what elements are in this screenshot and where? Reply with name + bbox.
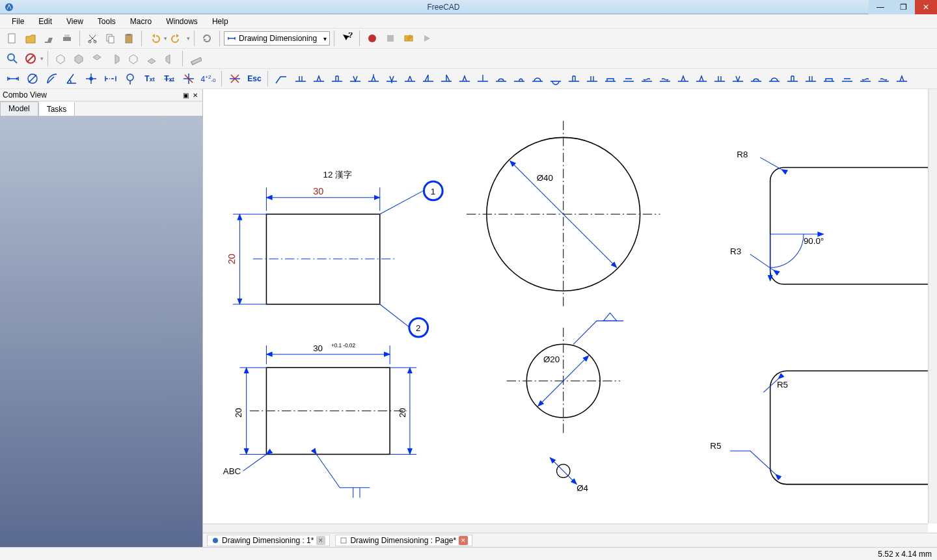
redo-button[interactable] [169,30,185,47]
weld-symbol-32-icon[interactable] [856,70,875,87]
weld-symbol-17-icon[interactable] [583,70,601,87]
weld-symbol-6-icon[interactable] [383,70,401,87]
paste-button[interactable] [120,30,137,47]
menu-windows[interactable]: Windows [159,16,204,27]
weld-symbol-5-icon[interactable] [364,70,383,87]
view-bottom-button[interactable] [143,50,160,67]
scrollbar-vertical[interactable] [928,89,937,524]
weld-leader-icon[interactable] [272,70,290,87]
weld-symbol-31-icon[interactable] [838,70,856,87]
minimize-button[interactable]: — [869,0,892,14]
weld-symbol-29-icon[interactable] [802,70,820,87]
dim-balloon-icon[interactable] [121,70,139,87]
weld-symbol-16-icon[interactable] [565,70,583,87]
dim-tol4-icon[interactable]: 4+2-0 [199,70,217,87]
dim-radius-icon[interactable] [43,70,61,87]
view-left-button[interactable] [161,50,178,67]
weld-symbol-7-icon[interactable] [401,70,419,87]
view-top-button[interactable] [88,50,105,67]
macro-run-button[interactable] [418,30,435,47]
dim-escape-icon[interactable]: Esc [245,70,264,87]
view-rear-button[interactable] [125,50,142,67]
weld-symbol-2-icon[interactable] [310,70,328,87]
dim-edittext-icon[interactable]: Txt [160,70,178,87]
panel-close-icon[interactable]: ✕ [191,92,200,99]
tasks-body[interactable] [0,116,202,547]
close-button[interactable]: ✕ [915,0,937,14]
menu-file[interactable]: File [5,16,31,27]
dim-angle-icon[interactable] [62,70,81,87]
weld-symbol-28-icon[interactable] [783,70,802,87]
workbench-selector[interactable]: Drawing Dimensioning [224,31,330,46]
refresh-button[interactable] [198,30,215,47]
tab-tasks[interactable]: Tasks [38,101,75,116]
weld-symbol-9-icon[interactable] [437,70,455,87]
drawing-viewport[interactable]: 12 漢字 30 20 1 [203,89,937,533]
weld-symbol-20-icon[interactable] [638,70,656,87]
macro-record-button[interactable] [364,30,381,47]
doctab-1-close-icon[interactable]: ✕ [316,536,325,545]
scrollbar-horizontal[interactable] [203,524,928,533]
weld-symbol-33-icon[interactable] [875,70,893,87]
style-dropdown[interactable]: ▾ [40,55,44,62]
menu-edit[interactable]: Edit [32,16,59,27]
tab-model[interactable]: Model [0,101,38,116]
weld-symbol-13-icon[interactable] [510,70,528,87]
weld-symbol-8-icon[interactable] [419,70,437,87]
dim-linear-icon[interactable] [4,70,22,87]
dim-center-icon[interactable] [82,70,100,87]
weld-symbol-22-icon[interactable] [674,70,692,87]
menu-macro[interactable]: Macro [124,16,158,27]
redo-dropdown[interactable]: ▾ [187,35,190,42]
weld-symbol-3-icon[interactable] [328,70,346,87]
weld-symbol-24-icon[interactable] [711,70,729,87]
macro-edit-button[interactable] [400,30,417,47]
zoomfit-button[interactable] [4,50,21,67]
doctab-2[interactable]: Drawing Dimensioning : Page* ✕ [335,535,472,546]
weld-symbol-25-icon[interactable] [729,70,747,87]
style-button[interactable] [22,50,39,67]
copy-button[interactable] [102,30,119,47]
combo-view-title: Combo View [3,90,47,100]
weld-symbol-12-icon[interactable] [492,70,510,87]
dim-tolerance-icon[interactable] [180,70,198,87]
open-button[interactable] [22,30,39,47]
dim-circle-icon[interactable] [23,70,42,87]
weld-symbol-1-icon[interactable] [292,70,310,87]
weld-symbol-10-icon[interactable] [455,70,474,87]
undo-dropdown[interactable]: ▾ [164,35,167,42]
weld-symbol-14-icon[interactable] [528,70,547,87]
menu-help[interactable]: Help [206,16,235,27]
view-right-button[interactable] [107,50,124,67]
measure-button[interactable] [187,50,204,67]
weld-symbol-23-icon[interactable] [692,70,711,87]
weld-symbol-21-icon[interactable] [656,70,674,87]
panel-float-icon[interactable]: ▣ [181,92,191,99]
save-button[interactable] [40,30,57,47]
print-button[interactable] [59,30,75,47]
weld-symbol-30-icon[interactable] [820,70,838,87]
weld-symbol-18-icon[interactable] [601,70,619,87]
doctab-1[interactable]: Drawing Dimensioning : 1* ✕ [207,535,330,546]
weld-symbol-26-icon[interactable] [747,70,765,87]
dim-text-icon[interactable]: Txt [141,70,159,87]
undo-button[interactable] [146,30,163,47]
view-iso-button[interactable] [52,50,69,67]
weld-symbol-11-icon[interactable] [474,70,492,87]
weld-symbol-27-icon[interactable] [765,70,783,87]
doctab-2-close-icon[interactable]: ✕ [459,536,468,545]
macro-stop-button[interactable] [382,30,399,47]
weld-symbol-15-icon[interactable] [547,70,565,87]
new-button[interactable] [4,30,21,47]
cut-button[interactable] [84,30,101,47]
dim-centerline-icon[interactable] [102,70,120,87]
menu-view[interactable]: View [60,16,90,27]
weld-symbol-4-icon[interactable] [346,70,364,87]
weld-symbol-34-icon[interactable] [893,70,911,87]
menu-tools[interactable]: Tools [91,16,122,27]
dim-delete-icon[interactable] [226,70,244,87]
view-front-button[interactable] [70,50,87,67]
weld-symbol-19-icon[interactable] [619,70,638,87]
whatsthis-button[interactable]: ? [338,30,355,47]
maximize-button[interactable]: ❐ [892,0,915,14]
